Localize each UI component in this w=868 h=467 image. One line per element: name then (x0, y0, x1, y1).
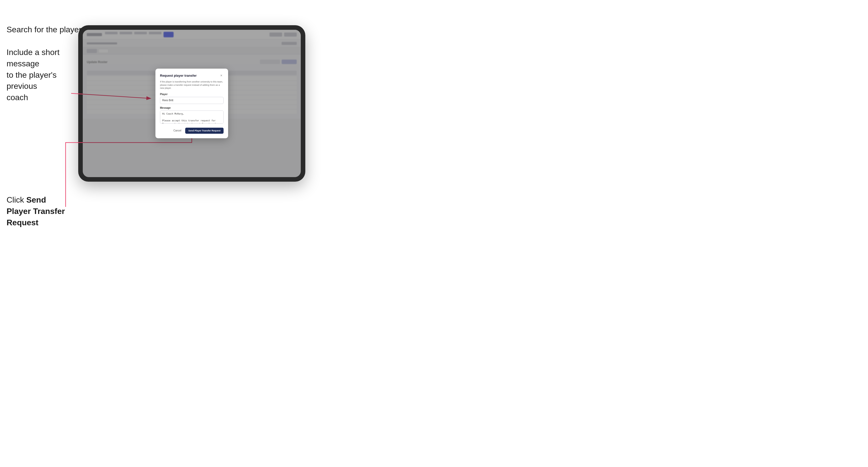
tablet-screen: Update Roster (83, 30, 301, 177)
dialog-overlay: Request player transfer × If the player … (83, 30, 301, 177)
player-input[interactable] (160, 97, 223, 104)
cancel-button[interactable]: Cancel (171, 128, 183, 133)
annotation-message: Include a short messageto the player's p… (6, 47, 77, 103)
dialog-title: Request player transfer (160, 74, 196, 77)
player-label: Player (160, 93, 223, 96)
request-transfer-dialog: Request player transfer × If the player … (155, 69, 228, 138)
tablet-frame: Update Roster (78, 25, 305, 182)
annotation-click: Click Send Player Transfer Request (6, 194, 72, 228)
dialog-close-button[interactable]: × (219, 73, 223, 78)
annotation-search: Search for the player. (6, 24, 83, 35)
message-textarea[interactable]: Hi Coach McHarg, Please accept this tran… (160, 111, 223, 124)
send-transfer-request-button[interactable]: Send Player Transfer Request (185, 128, 223, 134)
dialog-description: If the player is transferring from anoth… (160, 80, 223, 90)
message-label: Message (160, 106, 223, 109)
